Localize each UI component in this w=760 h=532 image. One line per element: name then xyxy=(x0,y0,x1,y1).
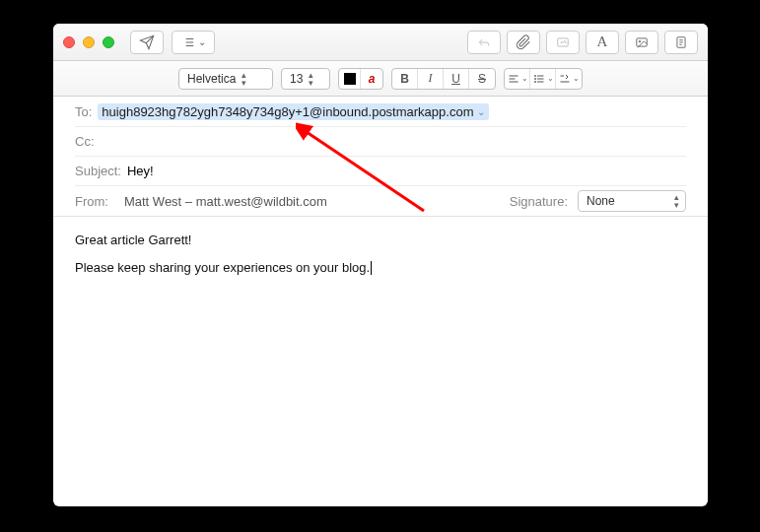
svg-point-20 xyxy=(534,78,535,79)
message-body[interactable]: Great article Garrett! Please keep shari… xyxy=(53,217,708,506)
signature-label: Signature: xyxy=(510,194,568,209)
color-group: a xyxy=(338,68,383,90)
format-toolbar: Helvetica ▴▾ 13 ▴▾ a B I U S ⌄ ⌄ xyxy=(53,61,708,97)
align-button[interactable]: ⌄ xyxy=(505,69,530,89)
photo-icon xyxy=(634,35,650,49)
text-style-group: B I U S xyxy=(391,68,496,90)
align-left-icon xyxy=(507,73,520,85)
to-field[interactable]: huigh8923hg782ygh7348y734g8y+1@inbound.p… xyxy=(98,103,686,120)
signature-value: None xyxy=(587,194,615,208)
window-controls xyxy=(63,36,114,48)
font-size-select[interactable]: 13 ▴▾ xyxy=(281,68,330,90)
subject-field[interactable]: Hey! xyxy=(127,164,686,178)
subject-row: Subject: Hey! xyxy=(75,156,686,185)
from-row: From: Matt West – matt.west@wildbit.com … xyxy=(75,185,686,216)
list-icon xyxy=(181,35,195,49)
close-window-button[interactable] xyxy=(63,36,75,48)
paper-plane-icon xyxy=(139,34,155,50)
stepper-arrows-icon: ▴▾ xyxy=(674,193,679,209)
background-color-button[interactable]: a xyxy=(361,69,382,89)
list-button[interactable]: ⌄ xyxy=(530,69,556,89)
zoom-window-button[interactable] xyxy=(103,36,114,48)
indent-button[interactable]: ⌄ xyxy=(556,69,582,89)
right-toolbar-group: A xyxy=(467,31,698,54)
recipient-chip[interactable]: huigh8923hg782ygh7348y734g8y+1@inbound.p… xyxy=(98,103,489,120)
header-fields-button[interactable]: ⌄ xyxy=(172,31,215,54)
body-line-2-text: Please keep sharing your experiences on … xyxy=(75,260,370,275)
markup-icon xyxy=(555,35,571,49)
underline-button[interactable]: U xyxy=(444,69,469,89)
compose-window: ⌄ A Helvetica ▴▾ 13 xyxy=(53,24,708,506)
letter-a-icon: a xyxy=(369,72,376,86)
minimize-window-button[interactable] xyxy=(83,36,95,48)
indent-icon xyxy=(558,73,572,85)
body-line-1: Great article Garrett! xyxy=(75,231,686,250)
stepper-arrows-icon: ▴▾ xyxy=(242,71,246,87)
from-value[interactable]: Matt West – matt.west@wildbit.com xyxy=(124,194,327,209)
chevron-down-icon: ⌄ xyxy=(573,74,580,83)
stepper-arrows-icon: ▴▾ xyxy=(309,71,313,87)
markup-button[interactable] xyxy=(546,31,580,54)
alignment-group: ⌄ ⌄ ⌄ xyxy=(504,68,583,90)
paperclip-icon xyxy=(516,34,531,50)
reply-arrow-icon xyxy=(476,35,492,49)
strikethrough-button[interactable]: S xyxy=(469,69,495,89)
photo-browser-button[interactable] xyxy=(625,31,658,54)
chevron-down-icon: ⌄ xyxy=(198,36,206,47)
recipient-address: huigh8923hg782ygh7348y734g8y+1@inbound.p… xyxy=(102,104,473,119)
format-button[interactable]: A xyxy=(586,31,619,54)
font-family-value: Helvetica xyxy=(187,72,236,86)
send-button[interactable] xyxy=(130,31,164,54)
message-headers: To: huigh8923hg782ygh7348y734g8y+1@inbou… xyxy=(53,97,708,217)
font-size-value: 13 xyxy=(290,72,303,86)
chevron-down-icon: ⌄ xyxy=(521,74,528,83)
bold-button[interactable]: B xyxy=(392,69,418,89)
svg-point-21 xyxy=(534,81,535,82)
to-label: To: xyxy=(75,104,92,119)
document-icon xyxy=(674,35,688,49)
chevron-down-icon: ⌄ xyxy=(547,74,554,83)
attach-button[interactable] xyxy=(507,31,540,54)
to-row: To: huigh8923hg782ygh7348y734g8y+1@inbou… xyxy=(75,97,686,126)
titlebar: ⌄ A xyxy=(53,24,708,61)
text-cursor xyxy=(371,261,372,275)
bullet-list-icon xyxy=(532,73,546,85)
cc-row: Cc: xyxy=(75,126,686,156)
font-family-select[interactable]: Helvetica ▴▾ xyxy=(178,68,273,90)
italic-button[interactable]: I xyxy=(418,69,444,89)
cc-label: Cc: xyxy=(75,134,95,149)
reply-button[interactable] xyxy=(467,31,501,54)
svg-point-19 xyxy=(534,75,535,76)
body-line-2: Please keep sharing your experiences on … xyxy=(75,258,686,278)
chevron-down-icon: ⌄ xyxy=(477,106,485,117)
text-color-button[interactable] xyxy=(339,69,361,89)
signature-select[interactable]: None ▴▾ xyxy=(578,190,686,212)
stationery-button[interactable] xyxy=(664,31,698,54)
from-label: From: xyxy=(75,194,108,209)
svg-point-8 xyxy=(639,40,641,42)
subject-label: Subject: xyxy=(75,164,121,178)
